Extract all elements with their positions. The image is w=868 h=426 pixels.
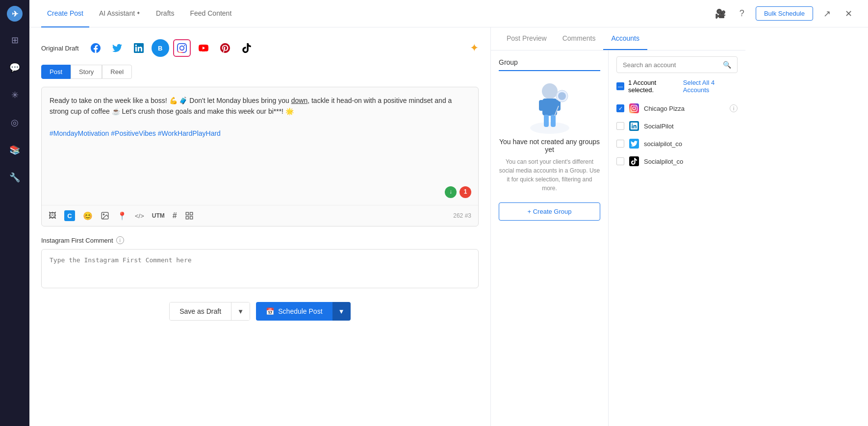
ai-indicator-green: ↓: [445, 186, 457, 198]
account-item-socialpilot-twitter[interactable]: socialpilot_co: [616, 135, 738, 152]
save-draft-button[interactable]: Save as Draft: [170, 302, 231, 320]
account-item-chicago-pizza[interactable]: Chicago Pizza i: [616, 100, 738, 117]
account-name-chicago-pizza: Chicago Pizza: [644, 105, 725, 112]
save-draft-button-group: Save as Draft ▼: [169, 302, 250, 321]
account-search-input[interactable]: [623, 61, 719, 69]
tab-accounts[interactable]: Accounts: [603, 27, 647, 50]
tab-post[interactable]: Post: [41, 65, 71, 79]
sparkle-icon[interactable]: ✳: [6, 86, 24, 104]
emoji-picker-icon[interactable]: 😊: [83, 211, 93, 221]
instagram-platform-icon: [629, 103, 639, 113]
help-icon[interactable]: ?: [734, 6, 750, 22]
account-name-socialpilot-twitter: socialpilot_co: [644, 140, 738, 148]
tab-create-post[interactable]: Create Post: [41, 0, 89, 27]
search-icon: 🔍: [723, 61, 731, 69]
account-item-socialpilot-tiktok[interactable]: Socialpilot_co: [616, 152, 738, 170]
export-icon[interactable]: ↗: [819, 6, 835, 22]
platform-youtube[interactable]: [195, 39, 212, 57]
hashtag-tool-icon[interactable]: #: [173, 211, 177, 220]
tab-comments[interactable]: Comments: [555, 27, 604, 50]
app-logo[interactable]: ✈: [7, 6, 23, 22]
platform-twitter[interactable]: [108, 39, 126, 57]
tab-reel[interactable]: Reel: [102, 65, 132, 79]
globe-icon[interactable]: ◎: [6, 114, 24, 131]
utm-icon[interactable]: UTM: [152, 212, 165, 219]
platform-pinterest[interactable]: [216, 39, 234, 57]
account-checkbox-socialpilot-linkedin[interactable]: [616, 122, 624, 130]
account-search-bar: 🔍: [616, 56, 738, 73]
selection-count-text: 1 Account selected.: [628, 79, 679, 94]
platform-facebook[interactable]: [87, 39, 104, 57]
bottom-actions: Save as Draft ▼ 📅 Schedule Post ▼: [41, 302, 479, 321]
post-toolbar: 🖼 C 😊 📍 </> UTM # 262 #3: [42, 205, 478, 226]
account-name-socialpilot-tiktok: Socialpilot_co: [644, 158, 738, 165]
tab-story[interactable]: Story: [71, 65, 102, 79]
tab-post-preview[interactable]: Post Preview: [499, 27, 555, 50]
right-panel-tabs: Post Preview Comments Accounts: [491, 27, 745, 50]
platform-buffer[interactable]: B: [152, 39, 169, 57]
group-tab[interactable]: Group: [499, 58, 600, 71]
post-type-tabs: Post Story Reel: [41, 65, 479, 79]
post-content-text: Ready to take on the week like a boss! 💪…: [50, 97, 452, 115]
save-draft-dropdown[interactable]: ▼: [231, 302, 250, 320]
chat-icon[interactable]: 💬: [6, 59, 24, 76]
linkedin-platform-icon: [629, 121, 639, 131]
svg-rect-9: [539, 100, 544, 111]
top-nav: Create Post AI Assistant✦ Drafts Feed Co…: [29, 0, 868, 27]
settings-icon[interactable]: 🔧: [6, 169, 24, 186]
sidebar: ✈ ⊞ 💬 ✳ ◎ 📚 🔧: [0, 0, 29, 426]
tab-feed-content[interactable]: Feed Content: [184, 0, 237, 27]
empty-group-desc: You can sort your client's different soc…: [499, 157, 600, 193]
first-comment-info-icon: i: [116, 236, 124, 244]
schedule-post-button[interactable]: 📅 Schedule Post: [256, 302, 332, 321]
ai-indicator-red: 1: [460, 186, 471, 198]
location-icon[interactable]: 📍: [117, 211, 127, 221]
ai-sparkle-icon[interactable]: ✦: [470, 42, 479, 54]
close-icon[interactable]: ✕: [841, 6, 856, 22]
gallery-icon[interactable]: [101, 211, 109, 220]
dashboard-icon[interactable]: ⊞: [6, 31, 24, 49]
empty-group-illustration: [520, 79, 579, 138]
library-icon[interactable]: 📚: [6, 141, 24, 159]
original-draft-label: Original Draft: [41, 45, 79, 52]
create-group-button[interactable]: + Create Group: [499, 202, 600, 221]
schedule-dropdown[interactable]: ▼: [332, 302, 351, 321]
schedule-button-group: 📅 Schedule Post ▼: [256, 302, 351, 321]
char-count: 262 #3: [453, 212, 471, 219]
partial-select-icon[interactable]: —: [616, 82, 624, 90]
right-panel-body: Group You have not create: [491, 50, 745, 426]
empty-group-title: You have not created any groups yet: [499, 138, 600, 153]
svg-point-6: [530, 122, 569, 134]
account-checkbox-chicago-pizza[interactable]: [616, 104, 624, 112]
first-comment-label: Instagram First Comment i: [41, 236, 479, 244]
account-checkbox-socialpilot-twitter[interactable]: [616, 140, 624, 148]
account-item-socialpilot-linkedin[interactable]: SocialPilot: [616, 117, 738, 135]
content-studio-icon[interactable]: C: [64, 210, 75, 221]
first-comment-input[interactable]: [41, 249, 479, 288]
accounts-section: 🔍 — 1 Account selected. Select All 4 Acc…: [609, 50, 745, 426]
video-icon[interactable]: 🎥: [713, 6, 728, 22]
svg-point-7: [542, 83, 558, 99]
svg-rect-2: [186, 212, 188, 215]
ai-badge: ✦: [136, 10, 140, 16]
account-info-icon[interactable]: i: [730, 104, 738, 112]
bulk-schedule-button[interactable]: Bulk Schedule: [756, 6, 813, 21]
platform-tiktok[interactable]: [238, 39, 255, 57]
select-all-link[interactable]: Select All 4 Accounts: [683, 79, 738, 94]
grid-icon[interactable]: [185, 211, 194, 220]
account-name-socialpilot-linkedin: SocialPilot: [644, 123, 738, 130]
account-selection-header: — 1 Account selected. Select All 4 Accou…: [616, 79, 738, 94]
code-icon[interactable]: </>: [135, 212, 144, 220]
svg-rect-4: [186, 217, 188, 219]
svg-rect-12: [551, 115, 556, 127]
svg-rect-11: [544, 115, 549, 127]
platform-linkedin[interactable]: [130, 39, 148, 57]
platform-instagram[interactable]: [173, 39, 191, 57]
tiktok-platform-icon: [629, 156, 639, 166]
tab-ai-assistant[interactable]: AI Assistant✦: [93, 0, 146, 27]
group-section: Group You have not create: [491, 50, 609, 426]
post-text-area[interactable]: Ready to take on the week like a boss! 💪…: [42, 87, 478, 205]
tab-drafts[interactable]: Drafts: [150, 0, 180, 27]
image-upload-icon[interactable]: 🖼: [49, 211, 56, 220]
account-checkbox-socialpilot-tiktok[interactable]: [616, 157, 624, 165]
